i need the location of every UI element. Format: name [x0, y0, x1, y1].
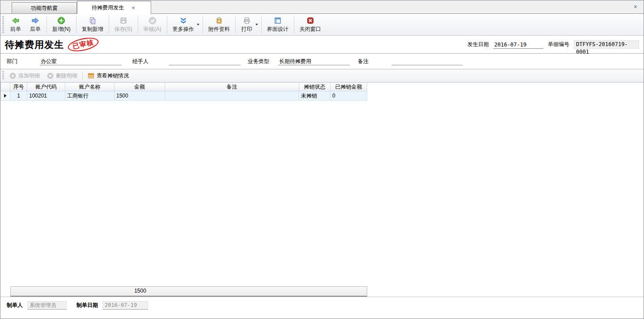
- more-actions-button[interactable]: 更多操作: [169, 15, 198, 34]
- column-header-account-code[interactable]: 账户代码: [27, 83, 65, 91]
- doc-no-field: DTFYFS-20160719-0001: [574, 40, 639, 49]
- cell-amount[interactable]: 1500: [114, 91, 165, 101]
- cell-remark[interactable]: [165, 91, 299, 101]
- table-row[interactable]: 1 100201 工商银行 1500 未摊销 0: [0, 91, 644, 101]
- toolbar-separator: [109, 16, 109, 34]
- button-label: 保存(S): [114, 26, 132, 33]
- prev-doc-button[interactable]: 前单: [6, 15, 25, 34]
- audit-button[interactable]: 审核(A): [140, 15, 165, 34]
- delete-circle-gray-icon: [47, 72, 54, 79]
- delete-detail-button[interactable]: 删除明细: [43, 71, 81, 81]
- grid-summary-row: 1500: [0, 286, 644, 297]
- business-type-field[interactable]: 长期待摊费用: [278, 57, 350, 65]
- button-label: 新增(N): [52, 26, 71, 33]
- printer-icon: [243, 17, 251, 25]
- next-doc-button[interactable]: 后单: [25, 15, 45, 34]
- toolbar-separator: [76, 16, 76, 34]
- create-date-field: 2016-07-19: [102, 301, 148, 310]
- summary-spacer: [0, 286, 10, 297]
- column-header-seq[interactable]: 序号: [10, 83, 27, 91]
- cell-account-code[interactable]: 100201: [27, 91, 65, 101]
- check-circle-icon: [148, 17, 157, 25]
- toolbar-separator: [294, 16, 294, 34]
- column-header-amortized-amount[interactable]: 已摊销金额: [330, 83, 367, 91]
- copy-icon: [89, 17, 97, 25]
- page-title: 待摊费用发生: [5, 38, 64, 51]
- occur-date-field[interactable]: 2016-07-19: [493, 41, 543, 49]
- create-date-label: 制单日期: [76, 302, 98, 309]
- toolbar-separator: [138, 16, 138, 34]
- business-type-label: 业务类型: [248, 58, 269, 65]
- button-label: 前单: [10, 26, 21, 33]
- add-circle-icon: [57, 17, 65, 25]
- amount-sum: 1500: [115, 288, 165, 294]
- more-actions-dropdown-caret[interactable]: [197, 24, 199, 26]
- button-label: 复制新增: [82, 26, 103, 33]
- button-label: 附件资料: [208, 26, 230, 33]
- tab-function-nav[interactable]: 功能导航窗: [12, 2, 77, 14]
- toolbar-separator: [261, 16, 262, 34]
- button-label: 查看摊销情况: [97, 72, 129, 80]
- toolbar-separator: [203, 16, 203, 34]
- toolbar-separator: [235, 16, 236, 34]
- add-new-button[interactable]: 新增(N): [48, 15, 75, 34]
- grid-header-row: 序号 账户代码 账户名称 金额 备注 摊销状态 已摊销金额: [0, 82, 644, 91]
- amortization-grid-icon: [88, 72, 94, 79]
- close-window-button[interactable]: 关闭窗口: [296, 15, 325, 34]
- tab-label: 功能导航窗: [31, 4, 58, 12]
- button-label: 更多操作: [173, 26, 194, 33]
- copy-new-button[interactable]: 复制新增: [78, 15, 107, 34]
- add-circle-gray-icon: [9, 72, 16, 79]
- tab-deferred-expense[interactable]: 待摊费用发生 ×: [77, 1, 151, 14]
- occur-date-label: 发生日期: [467, 41, 489, 48]
- attachment-icon: [215, 17, 223, 25]
- print-dropdown-caret[interactable]: [255, 24, 258, 26]
- column-header-amount[interactable]: 金额: [114, 83, 165, 91]
- remark-label: 备注: [358, 58, 369, 65]
- header-fields: 发生日期 2016-07-19 单据编号 DTFYFS-20160719-000…: [467, 40, 639, 49]
- detail-toolbar-separator: [82, 71, 83, 80]
- audited-stamp: 已审核: [67, 35, 100, 54]
- detail-grid: 序号 账户代码 账户名称 金额 备注 摊销状态 已摊销金额 1 100201 工…: [0, 82, 644, 297]
- cell-account-name[interactable]: 工商银行: [65, 91, 114, 101]
- ui-design-icon: [274, 17, 282, 25]
- form-row: 部门 办公室 经手人 业务类型 长期待摊费用 备注: [0, 54, 644, 69]
- cell-seq[interactable]: 1: [10, 91, 27, 101]
- detail-toolbar: 添加明细 删除明细 查看摊销情况: [0, 69, 644, 82]
- footer-bar: 制单人 系统管理员 制单日期 2016-07-19: [0, 297, 644, 319]
- window-close-icon[interactable]: ×: [632, 3, 639, 11]
- button-label: 审核(A): [144, 26, 161, 33]
- remark-field[interactable]: [392, 57, 462, 65]
- print-button[interactable]: 打印: [237, 15, 257, 34]
- column-header-amort-status[interactable]: 摊销状态: [299, 83, 330, 91]
- ui-design-button[interactable]: 界面设计: [263, 15, 292, 34]
- column-header-account-name[interactable]: 账户名称: [65, 83, 114, 91]
- row-indicator-cell: [0, 91, 10, 101]
- button-label: 后单: [30, 26, 41, 33]
- attachments-button[interactable]: 附件资料: [204, 15, 234, 34]
- column-header-remark[interactable]: 备注: [165, 83, 299, 91]
- cell-amortized-amount[interactable]: 0: [330, 91, 367, 101]
- grid-empty-area: [0, 101, 644, 286]
- save-button[interactable]: 保存(S): [110, 15, 136, 34]
- tab-close-icon[interactable]: ×: [130, 4, 136, 11]
- toolbar-grip[interactable]: [2, 16, 4, 33]
- arrow-right-icon: [31, 17, 39, 25]
- tab-label: 待摊费用发生: [92, 4, 124, 12]
- creator-field: 系统管理员: [27, 301, 67, 310]
- handler-field[interactable]: [169, 57, 241, 65]
- button-label: 打印: [242, 26, 252, 33]
- document-header: 待摊费用发生 已审核 发生日期 2016-07-19 单据编号 DTFYFS-2…: [0, 36, 644, 54]
- detail-toolbar-grip[interactable]: [2, 71, 4, 80]
- toolbar-separator: [47, 16, 47, 34]
- department-field[interactable]: 办公室: [40, 57, 122, 65]
- main-toolbar: 前单 后单 新增(N) 复制新增 保存(S) 审核(A) 更多操: [0, 14, 644, 36]
- view-amortization-button[interactable]: 查看摊销情况: [84, 71, 132, 81]
- add-detail-button[interactable]: 添加明细: [6, 71, 43, 81]
- creator-label: 制单人: [7, 302, 23, 309]
- cell-amort-status[interactable]: 未摊销: [299, 91, 330, 101]
- double-chevron-down-icon: [179, 17, 187, 25]
- button-label: 添加明细: [18, 72, 40, 80]
- close-red-icon: [306, 17, 314, 25]
- current-row-arrow-icon: [4, 94, 7, 98]
